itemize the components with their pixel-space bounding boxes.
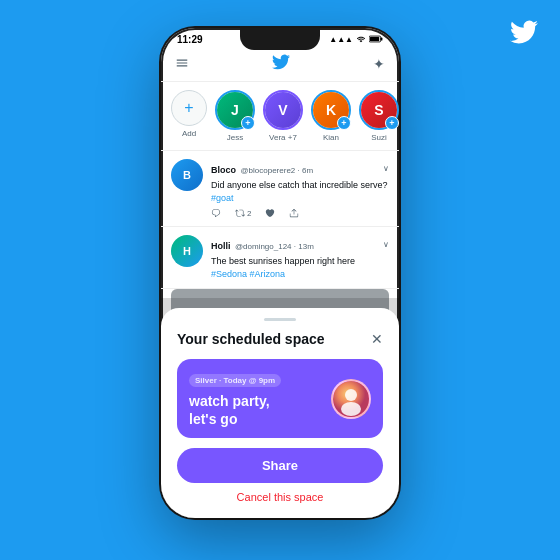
bloco-tweet-header: Bloco @blocoperere2 · 6m ∨ (211, 159, 389, 177)
space-card[interactable]: Silver · Today @ 9pm watch party,let's g… (177, 359, 383, 438)
tweet-holli: H Holli @domingo_124 · 13m ∨ The best su… (161, 227, 399, 289)
story-suzie-label: Suzi (371, 133, 387, 142)
wifi-icon (356, 35, 366, 45)
suzie-plus-icon: + (385, 116, 399, 130)
add-avatar: + (171, 90, 207, 126)
close-icon[interactable]: ✕ (371, 331, 383, 347)
sparkle-icon[interactable]: ✦ (373, 56, 385, 72)
story-vera-label: Vera +7 (269, 133, 297, 142)
story-add-label: Add (182, 129, 196, 138)
vera-avatar-ring: V (263, 90, 303, 130)
story-add[interactable]: + Add (171, 90, 207, 142)
holli-avatar: H (171, 235, 203, 267)
story-suzie[interactable]: S + Suzi (359, 90, 399, 142)
holli-tweet-meta: Holli @domingo_124 · 13m (211, 235, 314, 253)
bloco-tweet-content: Bloco @blocoperere2 · 6m ∨ Did anyone el… (211, 159, 389, 218)
share-button[interactable]: Share (177, 448, 383, 483)
bloco-name: Bloco (211, 165, 236, 175)
sheet-title: Your scheduled space (177, 331, 325, 347)
phone-notch (240, 28, 320, 50)
holli-tweet-content: Holli @domingo_124 · 13m ∨ The best sunr… (211, 235, 389, 280)
bloco-tweet-meta: Bloco @blocoperere2 · 6m (211, 159, 313, 177)
holli-hashtag[interactable]: #Sedona #Arizona (211, 269, 285, 279)
twitter-nav-icon (272, 53, 290, 75)
bloco-avatar: B (171, 159, 203, 191)
sheet-header: Your scheduled space ✕ (177, 331, 383, 347)
svg-point-5 (341, 402, 361, 416)
top-nav: ✦ (161, 47, 399, 82)
status-icons: ▲▲▲ (329, 35, 383, 45)
holli-tweet-header: Holli @domingo_124 · 13m ∨ (211, 235, 389, 253)
story-vera[interactable]: V Vera +7 (263, 90, 303, 142)
story-jess-label: Jess (227, 133, 243, 142)
svg-rect-1 (381, 37, 383, 40)
phone-frame: 11:29 ▲▲▲ (161, 28, 399, 518)
holli-tweet-text: The best sunrises happen right here #Sed… (211, 255, 389, 280)
space-card-info: Silver · Today @ 9pm watch party,let's g… (189, 369, 281, 428)
bloco-handle: @blocoperere2 · 6m (240, 166, 313, 175)
status-time: 11:29 (177, 34, 203, 45)
share-action[interactable] (289, 208, 299, 218)
holli-handle: @domingo_124 · 13m (235, 242, 314, 251)
vera-avatar: V (265, 92, 301, 128)
tweet-bloco: B Bloco @blocoperere2 · 6m ∨ Did anyone … (161, 151, 399, 227)
sheet-drag-handle (264, 318, 296, 321)
space-title: watch party,let's go (189, 392, 281, 428)
menu-icon[interactable] (175, 56, 189, 73)
jess-plus-icon: + (241, 116, 255, 130)
like-action[interactable] (265, 208, 275, 218)
story-kian-label: Kian (323, 133, 339, 142)
story-kian[interactable]: K + Kian (311, 90, 351, 142)
battery-icon (369, 35, 383, 45)
bloco-hashtag[interactable]: #goat (211, 193, 234, 203)
bloco-tweet-text: Did anyone else catch that incredible se… (211, 179, 389, 204)
svg-rect-2 (370, 36, 379, 40)
jess-avatar-ring: J + (215, 90, 255, 130)
tweet-options-icon[interactable]: ∨ (383, 164, 389, 173)
signal-icon: ▲▲▲ (329, 35, 353, 44)
holli-name: Holli (211, 241, 231, 251)
space-host-avatar (331, 379, 371, 419)
cancel-link[interactable]: Cancel this space (177, 491, 383, 503)
bottom-sheet: Your scheduled space ✕ Silver · Today @ … (161, 308, 399, 518)
space-badge: Silver · Today @ 9pm (189, 374, 281, 387)
kian-plus-icon: + (337, 116, 351, 130)
retweet-action[interactable]: 2 (235, 208, 251, 218)
reply-action[interactable] (211, 208, 221, 218)
stories-row: + Add J + Jess V Vera +7 K + Kian (161, 82, 399, 151)
tweet-options-icon-2[interactable]: ∨ (383, 240, 389, 249)
twitter-logo-icon (510, 18, 538, 53)
svg-point-4 (345, 389, 357, 401)
suzie-avatar-ring: S + (359, 90, 399, 130)
kian-avatar-ring: K + (311, 90, 351, 130)
bloco-tweet-actions: 2 (211, 208, 389, 218)
story-jess[interactable]: J + Jess (215, 90, 255, 142)
